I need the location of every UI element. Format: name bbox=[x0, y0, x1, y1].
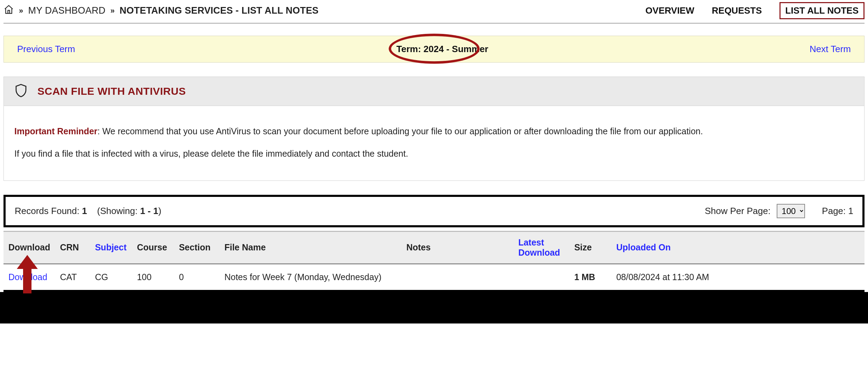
col-uploaded-on[interactable]: Uploaded On bbox=[611, 231, 865, 264]
term-selector-bar: Previous Term Term: 2024 - Summer Next T… bbox=[3, 36, 865, 63]
cell-file-name: Notes for Week 7 (Monday, Wednesday) bbox=[219, 264, 401, 291]
nav-requests[interactable]: REQUESTS bbox=[712, 5, 762, 16]
col-crn: CRN bbox=[55, 231, 90, 264]
download-link[interactable]: Download bbox=[8, 272, 47, 282]
antivirus-panel: SCAN FILE WITH ANTIVIRUS Important Remin… bbox=[3, 77, 865, 181]
records-found-label: Records Found: bbox=[15, 206, 82, 216]
cell-crn: CAT bbox=[55, 264, 90, 291]
reminder-line-2: If you find a file that is infected with… bbox=[14, 147, 854, 161]
chevron-icon: » bbox=[19, 6, 23, 15]
breadcrumb-dashboard[interactable]: MY DASHBOARD bbox=[28, 5, 105, 16]
records-summary-bar: Records Found: 1 (Showing: 1 - 1) Show P… bbox=[3, 195, 865, 227]
col-size: Size bbox=[569, 231, 611, 264]
reminder-line-1: Important Reminder: We recommend that yo… bbox=[14, 124, 854, 138]
breadcrumb: » MY DASHBOARD » NOTETAKING SERVICES - L… bbox=[3, 4, 319, 17]
records-showing-range: 1 - 1 bbox=[140, 206, 158, 216]
nav-list-all-notes[interactable]: LIST ALL NOTES bbox=[779, 2, 865, 19]
bottom-strip bbox=[0, 292, 868, 323]
panel-body: Important Reminder: We recommend that yo… bbox=[4, 106, 864, 180]
records-pagination: Show Per Page: 100 Page: 1 bbox=[705, 204, 853, 218]
cell-course: 100 bbox=[132, 264, 174, 291]
table-header-row: Download CRN Subject Course Section File… bbox=[3, 231, 865, 264]
term-label: Term: 2024 - Summer bbox=[396, 44, 488, 55]
records-found: Records Found: 1 (Showing: 1 - 1) bbox=[15, 206, 161, 216]
per-page-label: Show Per Page: bbox=[705, 206, 770, 216]
cell-size: 1 MB bbox=[569, 264, 611, 291]
col-notes: Notes bbox=[401, 231, 513, 264]
cell-section: 0 bbox=[174, 264, 219, 291]
notes-table: Download CRN Subject Course Section File… bbox=[3, 231, 865, 292]
cell-latest-download bbox=[513, 264, 569, 291]
col-subject[interactable]: Subject bbox=[90, 231, 132, 264]
next-term-link[interactable]: Next Term bbox=[810, 44, 851, 55]
col-file-name: File Name bbox=[219, 231, 401, 264]
col-download: Download bbox=[3, 231, 55, 264]
cell-notes bbox=[401, 264, 513, 291]
reminder-lead: Important Reminder bbox=[14, 126, 98, 136]
cell-uploaded-on: 08/08/2024 at 11:30 AM bbox=[611, 264, 865, 291]
chevron-icon: » bbox=[110, 6, 114, 15]
col-latest-download[interactable]: Latest Download bbox=[513, 231, 569, 264]
home-icon[interactable] bbox=[3, 4, 14, 17]
records-found-value: 1 bbox=[82, 206, 87, 216]
records-showing-close: ) bbox=[158, 206, 161, 216]
shield-icon bbox=[14, 83, 28, 99]
breadcrumb-current: NOTETAKING SERVICES - LIST ALL NOTES bbox=[120, 5, 319, 16]
top-nav: OVERVIEW REQUESTS LIST ALL NOTES bbox=[645, 2, 865, 19]
records-showing-label: (Showing: bbox=[97, 206, 140, 216]
col-course: Course bbox=[132, 231, 174, 264]
previous-term-link[interactable]: Previous Term bbox=[17, 44, 75, 55]
top-bar: » MY DASHBOARD » NOTETAKING SERVICES - L… bbox=[3, 0, 865, 24]
cell-subject: CG bbox=[90, 264, 132, 291]
table-row: Download CAT CG 100 0 Notes for Week 7 (… bbox=[3, 264, 865, 291]
panel-header: SCAN FILE WITH ANTIVIRUS bbox=[4, 77, 864, 106]
nav-overview[interactable]: OVERVIEW bbox=[645, 5, 694, 16]
col-section: Section bbox=[174, 231, 219, 264]
page-label: Page: 1 bbox=[822, 206, 853, 216]
panel-title: SCAN FILE WITH ANTIVIRUS bbox=[37, 85, 186, 97]
reminder-text: : We recommend that you use AntiVirus to… bbox=[98, 126, 703, 136]
per-page-select[interactable]: 100 bbox=[777, 204, 805, 218]
